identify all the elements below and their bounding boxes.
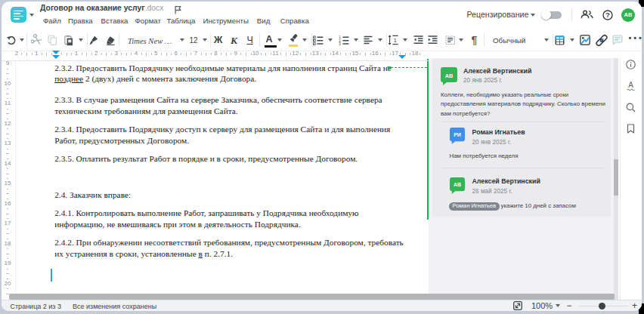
svg-text:1: 1 <box>394 37 398 44</box>
svg-text:РИ: РИ <box>454 132 461 137</box>
svg-text:А: А <box>628 81 633 89</box>
svg-text:АВ: АВ <box>454 182 461 187</box>
svg-text:АВ: АВ <box>445 72 453 78</box>
svg-text:3: 3 <box>339 42 341 45</box>
svg-text:?: ? <box>605 11 610 19</box>
